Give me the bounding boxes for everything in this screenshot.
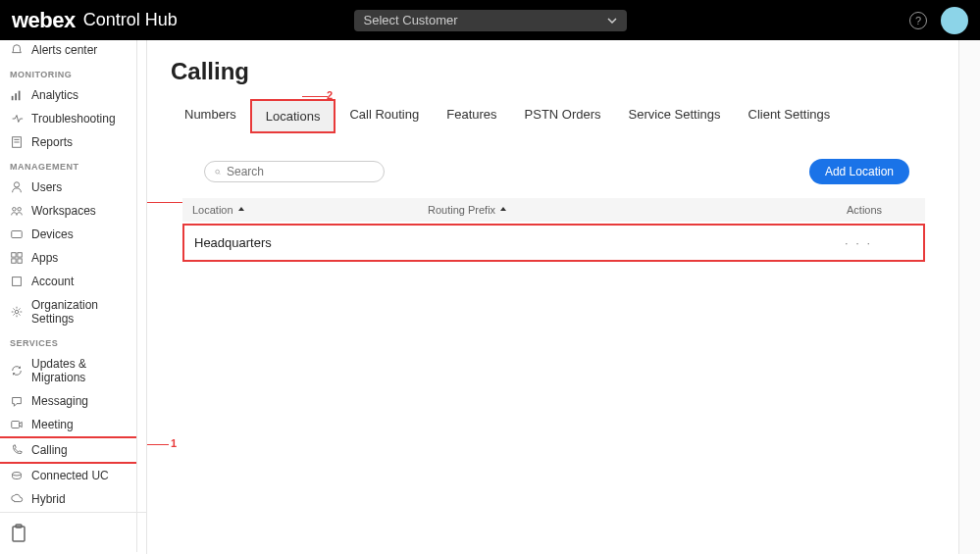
sidebar-label: Alerts center xyxy=(31,43,97,57)
apps-icon xyxy=(10,251,24,265)
help-icon[interactable]: ? xyxy=(909,12,927,29)
tab-call-routing[interactable]: Call Routing xyxy=(335,99,433,133)
annotation-line-3 xyxy=(147,202,182,203)
sidebar-label: Troubleshooting xyxy=(31,112,116,126)
toolbar: Add Location xyxy=(147,133,958,198)
th-location[interactable]: Location xyxy=(192,204,428,216)
annotation-2: 2 xyxy=(327,89,333,101)
sidebar-label: Hybrid xyxy=(31,492,66,506)
tab-service-settings[interactable]: Service Settings xyxy=(615,99,735,133)
sidebar-label: Users xyxy=(31,180,62,194)
sidebar-label: Connected UC xyxy=(31,469,109,482)
sidebar-label: Messaging xyxy=(31,394,88,408)
svg-rect-1 xyxy=(15,93,17,100)
sidebar-item-hybrid[interactable]: Hybrid xyxy=(0,487,136,511)
add-location-button[interactable]: Add Location xyxy=(809,159,909,184)
svg-rect-12 xyxy=(12,259,16,263)
tab-client-settings[interactable]: Client Settings xyxy=(735,99,845,133)
reports-icon xyxy=(10,135,24,149)
right-scrollbar-track[interactable] xyxy=(958,40,980,554)
analytics-icon xyxy=(10,88,24,102)
row-actions-menu[interactable]: · · · xyxy=(845,235,913,250)
sidebar-item-users[interactable]: Users xyxy=(0,176,136,199)
annotation-line-2 xyxy=(302,96,328,97)
sidebar-item-workspaces[interactable]: Workspaces xyxy=(0,199,136,223)
sidebar-label: Workspaces xyxy=(31,204,96,218)
tab-numbers[interactable]: Numbers xyxy=(171,99,250,133)
svg-rect-10 xyxy=(12,253,16,257)
sidebar-item-alerts[interactable]: Alerts center xyxy=(0,40,136,62)
customer-selector[interactable]: Select Customer xyxy=(354,10,627,31)
svg-rect-0 xyxy=(12,96,14,100)
th-routing[interactable]: Routing Prefix xyxy=(428,204,847,216)
sidebar-item-meeting[interactable]: Meeting xyxy=(0,413,136,436)
sidebar-label: Reports xyxy=(31,135,73,149)
tabs: Numbers Locations Call Routing Features … xyxy=(147,99,958,133)
user-icon xyxy=(10,180,24,194)
search-icon xyxy=(215,166,221,178)
updates-icon xyxy=(10,364,24,378)
tab-locations[interactable]: Locations xyxy=(250,99,336,133)
sidebar-item-account[interactable]: Account xyxy=(0,270,136,293)
messaging-icon xyxy=(10,394,24,408)
troubleshoot-icon xyxy=(10,112,24,126)
gear-icon xyxy=(10,305,24,319)
sidebar-item-reports[interactable]: Reports xyxy=(0,130,136,154)
svg-point-15 xyxy=(15,310,19,314)
locations-table: Location Routing Prefix Actions Headquar… xyxy=(147,198,958,262)
logo-area: webex Control Hub xyxy=(12,8,178,33)
svg-rect-11 xyxy=(18,253,22,257)
sidebar-item-analytics[interactable]: Analytics xyxy=(0,83,136,107)
sidebar-label: Apps xyxy=(31,251,58,265)
tab-pstn-orders[interactable]: PSTN Orders xyxy=(511,99,615,133)
sidebar-label: Calling xyxy=(31,443,68,457)
header: webex Control Hub Select Customer ? xyxy=(0,0,980,40)
svg-point-8 xyxy=(18,208,22,212)
sidebar-item-messaging[interactable]: Messaging xyxy=(0,389,136,413)
svg-rect-14 xyxy=(13,277,22,286)
sort-up-icon xyxy=(237,206,245,214)
main-content: Calling Numbers Locations Call Routing F… xyxy=(147,40,958,554)
sidebar-item-apps[interactable]: Apps xyxy=(0,246,136,270)
annotation-line-1 xyxy=(147,444,169,445)
svg-rect-16 xyxy=(12,422,20,428)
header-right: ? xyxy=(909,7,968,34)
connected-icon xyxy=(10,469,24,482)
sidebar-label: Devices xyxy=(31,227,74,241)
tab-features[interactable]: Features xyxy=(433,99,510,133)
clipboard-icon xyxy=(10,524,27,543)
sidebar-label: Meeting xyxy=(31,418,74,431)
search-box[interactable] xyxy=(204,161,385,182)
sidebar-label: Organization Settings xyxy=(31,298,127,326)
sidebar-item-troubleshooting[interactable]: Troubleshooting xyxy=(0,107,136,130)
sidebar-label: Updates & Migrations xyxy=(31,357,127,384)
devices-icon xyxy=(10,227,24,241)
annotation-1: 1 xyxy=(171,437,177,449)
bell-icon xyxy=(10,43,24,57)
svg-rect-18 xyxy=(13,527,25,541)
section-services: SERVICES xyxy=(0,330,136,352)
account-icon xyxy=(10,275,24,288)
sidebar-item-calling[interactable]: Calling xyxy=(0,436,137,464)
meeting-icon xyxy=(10,418,24,431)
svg-line-21 xyxy=(219,173,220,174)
chevron-down-icon xyxy=(607,18,617,24)
svg-rect-13 xyxy=(18,259,22,263)
table-row[interactable]: Headquarters · · · xyxy=(182,224,925,262)
clipboard-area[interactable] xyxy=(0,512,147,554)
section-monitoring: MONITORING xyxy=(0,62,136,83)
sidebar: Alerts center MONITORING Analytics Troub… xyxy=(0,40,147,554)
hybrid-icon xyxy=(10,492,24,506)
svg-point-20 xyxy=(216,170,220,174)
search-input[interactable] xyxy=(227,165,374,178)
td-location: Headquarters xyxy=(194,235,430,250)
sidebar-item-devices[interactable]: Devices xyxy=(0,223,136,246)
webex-logo: webex xyxy=(12,8,76,33)
sidebar-item-connected-uc[interactable]: Connected UC xyxy=(0,464,136,487)
sidebar-item-org-settings[interactable]: Organization Settings xyxy=(0,293,136,330)
avatar[interactable] xyxy=(941,7,968,34)
sidebar-label: Analytics xyxy=(31,88,78,102)
section-management: MANAGEMENT xyxy=(0,154,136,176)
sidebar-item-updates[interactable]: Updates & Migrations xyxy=(0,352,136,389)
customer-placeholder: Select Customer xyxy=(364,13,458,27)
